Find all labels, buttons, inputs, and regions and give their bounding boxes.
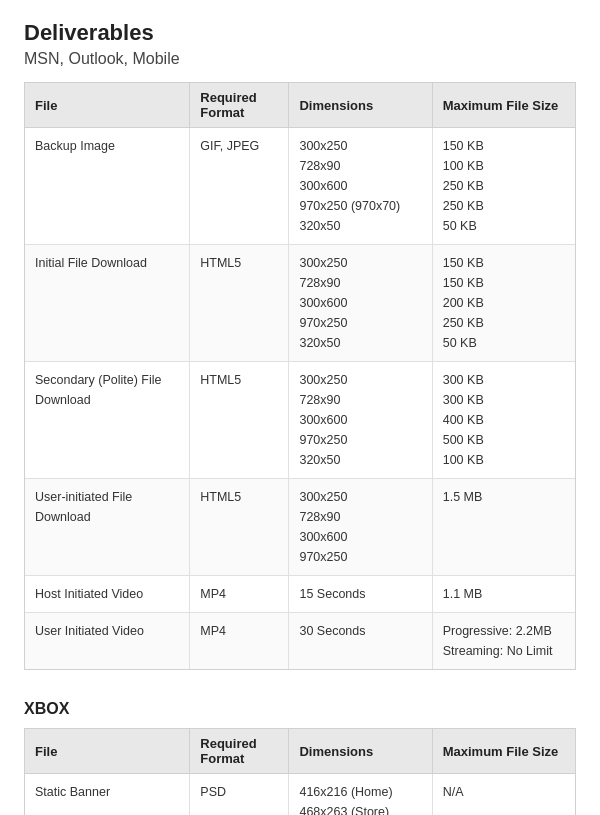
cell-size: Progressive: 2.2MBStreaming: No Limit xyxy=(432,613,575,670)
cell-file: Static Banner xyxy=(25,774,190,816)
table-row: Host Initiated VideoMP415 Seconds1.1 MB xyxy=(25,576,576,613)
cell-format: GIF, JPEG xyxy=(190,128,289,245)
msn-table: File Required Format Dimensions Maximum … xyxy=(24,82,576,670)
msn-section: Deliverables MSN, Outlook, Mobile File R… xyxy=(24,20,576,670)
header-file: File xyxy=(25,83,190,128)
page-container: Deliverables MSN, Outlook, Mobile File R… xyxy=(24,20,576,815)
cell-dimensions: 300x250728x90300x600970x250320x50 xyxy=(289,362,432,479)
cell-file: User-initiated File Download xyxy=(25,479,190,576)
cell-format: PSD xyxy=(190,774,289,816)
cell-format: MP4 xyxy=(190,576,289,613)
page-title: Deliverables xyxy=(24,20,576,46)
cell-format: HTML5 xyxy=(190,362,289,479)
table-row: User-initiated File DownloadHTML5300x250… xyxy=(25,479,576,576)
xbox-header-row: File Required Format Dimensions Maximum … xyxy=(25,729,576,774)
xbox-header-filesize: Maximum File Size xyxy=(432,729,575,774)
xbox-table-body: Static BannerPSD416x216 (Home)468x263 (S… xyxy=(25,774,576,816)
table-row: Initial File DownloadHTML5300x250728x903… xyxy=(25,245,576,362)
msn-table-body: Backup ImageGIF, JPEG300x250728x90300x60… xyxy=(25,128,576,670)
xbox-header-file: File xyxy=(25,729,190,774)
table-row: Backup ImageGIF, JPEG300x250728x90300x60… xyxy=(25,128,576,245)
cell-size: 300 KB300 KB400 KB500 KB100 KB xyxy=(432,362,575,479)
xbox-table: File Required Format Dimensions Maximum … xyxy=(24,728,576,815)
page-subtitle: MSN, Outlook, Mobile xyxy=(24,50,576,68)
cell-dimensions: 30 Seconds xyxy=(289,613,432,670)
xbox-header-dimensions: Dimensions xyxy=(289,729,432,774)
header-format: Required Format xyxy=(190,83,289,128)
cell-dimensions: 300x250728x90300x600970x250320x50 xyxy=(289,245,432,362)
xbox-section: XBOX File Required Format Dimensions Max… xyxy=(24,700,576,815)
table-row: Static BannerPSD416x216 (Home)468x263 (S… xyxy=(25,774,576,816)
header-dimensions: Dimensions xyxy=(289,83,432,128)
cell-file: Host Initiated Video xyxy=(25,576,190,613)
cell-format: HTML5 xyxy=(190,245,289,362)
cell-size: 1.5 MB xyxy=(432,479,575,576)
cell-dimensions: 15 Seconds xyxy=(289,576,432,613)
msn-header-row: File Required Format Dimensions Maximum … xyxy=(25,83,576,128)
cell-size: N/A xyxy=(432,774,575,816)
cell-format: MP4 xyxy=(190,613,289,670)
cell-dimensions: 300x250728x90300x600970x250 xyxy=(289,479,432,576)
xbox-header-format: Required Format xyxy=(190,729,289,774)
cell-size: 1.1 MB xyxy=(432,576,575,613)
cell-file: User Initiated Video xyxy=(25,613,190,670)
cell-size: 150 KB100 KB250 KB250 KB50 KB xyxy=(432,128,575,245)
msn-table-head: File Required Format Dimensions Maximum … xyxy=(25,83,576,128)
cell-size: 150 KB150 KB200 KB250 KB50 KB xyxy=(432,245,575,362)
cell-file: Secondary (Polite) File Download xyxy=(25,362,190,479)
header-filesize: Maximum File Size xyxy=(432,83,575,128)
cell-dimensions: 300x250728x90300x600970x250 (970x70)320x… xyxy=(289,128,432,245)
xbox-table-head: File Required Format Dimensions Maximum … xyxy=(25,729,576,774)
xbox-title: XBOX xyxy=(24,700,576,718)
cell-format: HTML5 xyxy=(190,479,289,576)
cell-file: Backup Image xyxy=(25,128,190,245)
table-row: User Initiated VideoMP430 SecondsProgres… xyxy=(25,613,576,670)
table-row: Secondary (Polite) File DownloadHTML5300… xyxy=(25,362,576,479)
cell-file: Initial File Download xyxy=(25,245,190,362)
cell-dimensions: 416x216 (Home)468x263 (Store) xyxy=(289,774,432,816)
